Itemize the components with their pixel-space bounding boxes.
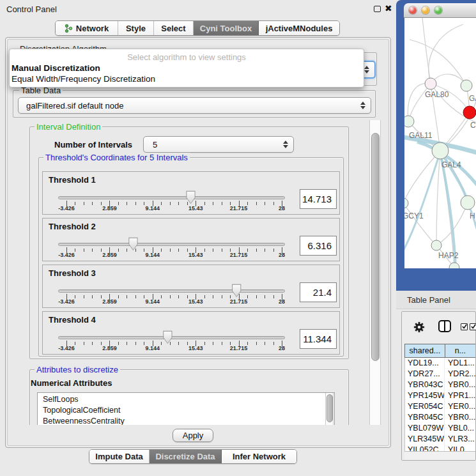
threshold-label: Threshold 4	[49, 315, 96, 325]
column-selector-icon[interactable]	[438, 320, 451, 332]
slider-tick-label: 2.859	[102, 298, 117, 305]
table-cell[interactable]: YDR27...	[405, 369, 445, 380]
network-edge[interactable]	[408, 84, 431, 121]
minimize-traffic-light-icon[interactable]	[422, 6, 429, 14]
node-gal11[interactable]	[404, 116, 414, 127]
tab-label: Discretize Data	[155, 452, 215, 461]
network-edge[interactable]	[410, 40, 466, 86]
node-top-right[interactable]	[461, 80, 472, 91]
settings-scrollbar-thumb[interactable]	[371, 133, 380, 361]
table-cell[interactable]: YBR043C	[405, 380, 445, 390]
table-cell[interactable]: YBR045C	[405, 412, 445, 423]
float-window-icon[interactable]	[374, 6, 381, 12]
threshold-value-field[interactable]: 21.4	[300, 282, 337, 302]
table-horizontal-scrollbar[interactable]	[404, 451, 475, 460]
tab-cyni-toolbox[interactable]: Cyni Toolbox	[194, 21, 259, 35]
slider-track[interactable]	[58, 289, 285, 293]
tab-infer-network[interactable]: Infer Network	[222, 450, 296, 463]
table-cell[interactable]: YBL079W	[405, 423, 445, 434]
attribute-item-topologicalcoefficient[interactable]: TopologicalCoefficient	[38, 405, 334, 416]
close-icon[interactable]: ✖	[385, 3, 392, 13]
table-row[interactable]: YDR27...YDR2...	[405, 369, 475, 380]
table-cell[interactable]: YDR2...	[445, 369, 475, 380]
threshold-panel-3: Threshold 3-3.4262.8599.14415.4321.71528…	[42, 265, 340, 308]
attribute-item-betweennesscentrality[interactable]: BetweennessCentrality	[38, 416, 334, 425]
table-cell[interactable]: YBL0...	[445, 423, 475, 434]
table-data-combobox-value: galFiltered.sif default node	[19, 101, 360, 111]
slider-thumb[interactable]	[231, 284, 242, 297]
table-row[interactable]: YDL19...YDL1...	[405, 358, 475, 369]
slider-track[interactable]	[58, 243, 285, 246]
tab-select[interactable]: Select	[154, 21, 194, 35]
close-traffic-light-icon[interactable]	[409, 6, 417, 14]
table-cell[interactable]: YBR0...	[445, 412, 475, 423]
network-edge[interactable]	[404, 151, 440, 203]
table-cell[interactable]: YBR0...	[445, 380, 475, 390]
threshold-value-field[interactable]: 11.344	[300, 329, 337, 349]
network-edge[interactable]	[404, 152, 440, 256]
tab-discretize-data[interactable]: Discretize Data	[150, 450, 222, 463]
threshold-label: Threshold 1	[49, 175, 96, 185]
slider-thumb[interactable]	[162, 330, 173, 344]
column-header-2[interactable]: n...	[445, 344, 475, 358]
network-window-titlebar[interactable]	[404, 3, 476, 18]
table-cell[interactable]: YPR1...	[445, 390, 475, 401]
network-edge[interactable]	[429, 24, 463, 84]
node-gal4[interactable]	[432, 142, 449, 159]
tab-impute-data[interactable]: Impute Data	[89, 450, 150, 463]
tab-jactivemnodules[interactable]: jActiveMNodules	[259, 21, 339, 35]
table-cell[interactable]: YPR145W	[405, 390, 445, 401]
table-cell[interactable]: YIL0...	[445, 445, 475, 451]
table-cell[interactable]: YDL19...	[405, 358, 445, 369]
attributes-list-scrollbar-thumb[interactable]	[326, 394, 333, 422]
network-edge[interactable]	[408, 83, 431, 121]
threshold-value-field[interactable]: 14.713	[300, 189, 337, 209]
table-cell[interactable]: YIL052C	[405, 445, 445, 451]
table-row[interactable]: YBR043CYBR0...	[405, 380, 475, 390]
slider-tick-label: 15.43	[188, 205, 203, 211]
number-of-intervals-combobox[interactable]: 5	[143, 136, 294, 153]
table-cell[interactable]: YLR345W	[405, 434, 445, 445]
tab-network[interactable]: Network	[56, 21, 118, 35]
zoom-traffic-light-icon[interactable]	[434, 6, 442, 14]
table-row[interactable]: YPR145WYPR1...	[405, 390, 475, 401]
table-cell[interactable]: YLR3...	[445, 434, 475, 445]
dropdown-option-equal-width-frequency-discretization[interactable]: Equal Width/Frequency Discretization	[12, 74, 155, 84]
node-hap2[interactable]	[431, 240, 441, 250]
slider-thumb[interactable]	[128, 237, 138, 250]
table-data-combobox[interactable]: galFiltered.sif default node	[18, 97, 371, 114]
node-gcy1[interactable]	[404, 198, 408, 208]
node-label-gcy1: GCY1	[404, 211, 424, 220]
tab-style[interactable]: Style	[118, 21, 154, 35]
table-row[interactable]: YLR345WYLR3...	[405, 434, 475, 445]
dropdown-option-manual-discretization[interactable]: Manual Discretization	[12, 63, 100, 73]
checkbox-icon[interactable]	[461, 323, 468, 330]
threshold-value-field[interactable]: 6.316	[300, 236, 337, 256]
slider-tick-label: 15.43	[188, 345, 203, 351]
node-red[interactable]	[463, 106, 476, 119]
checkbox-icon[interactable]	[470, 323, 476, 330]
network-canvas[interactable]: GAL80GACGAL11GAL4GCY1HHAP2	[404, 18, 476, 268]
network-edge[interactable]	[422, 18, 431, 84]
numerical-attributes-list[interactable]: SelfLoopsTopologicalCoefficientBetweenne…	[37, 392, 335, 425]
apply-button[interactable]: Apply	[173, 429, 213, 442]
combo-stepper-icon	[282, 141, 288, 148]
table-row[interactable]: YBR045CYBR0...	[405, 412, 475, 423]
attribute-item-selfloops[interactable]: SelfLoops	[38, 394, 334, 405]
gear-icon[interactable]	[413, 321, 425, 333]
attributes-list-scrollbar[interactable]	[325, 393, 334, 425]
panel-title: Control Panel	[6, 4, 57, 14]
table-cell[interactable]: YDL1...	[445, 358, 475, 369]
table-cell[interactable]: YER054C	[405, 401, 445, 412]
table-row[interactable]: YER054CYER0...	[405, 401, 475, 412]
numerical-attributes-label: Numerical Attributes	[31, 378, 112, 388]
table-cell[interactable]: YER0...	[445, 401, 475, 412]
table-row[interactable]: YIL052CYIL0...	[405, 445, 475, 451]
table-row[interactable]: YBL079WYBL0...	[405, 423, 475, 434]
node-gal80[interactable]	[425, 78, 436, 89]
slider-track[interactable]	[58, 196, 285, 199]
node-h[interactable]	[461, 196, 475, 210]
column-header-1[interactable]: shared...	[404, 344, 445, 358]
slider-tick-label: 15.43	[188, 252, 203, 258]
settings-scrollbar[interactable]	[369, 120, 381, 425]
